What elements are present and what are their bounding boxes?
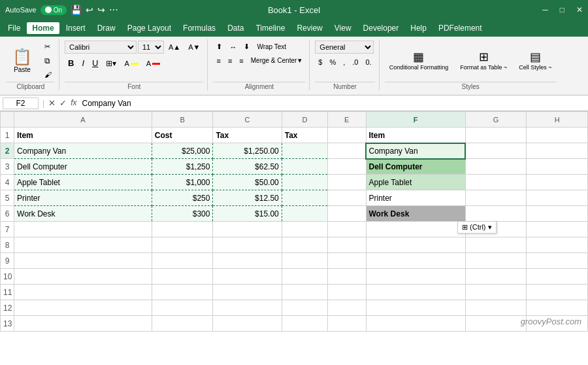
- cell-C5[interactable]: $12.50: [213, 190, 282, 206]
- cell-E6[interactable]: [327, 206, 366, 222]
- menu-review[interactable]: Review: [291, 22, 327, 34]
- maximize-icon[interactable]: □: [560, 5, 564, 14]
- align-bottom-button[interactable]: ⬇: [240, 41, 253, 53]
- cell-F10[interactable]: [366, 269, 465, 285]
- cell-C7[interactable]: [213, 222, 282, 237]
- cell-B13[interactable]: [152, 316, 213, 332]
- increase-decimal-button[interactable]: .0: [349, 56, 361, 68]
- cell-D10[interactable]: [282, 269, 327, 285]
- cell-E7[interactable]: [327, 222, 366, 237]
- cell-C2[interactable]: $1,250.00: [213, 143, 282, 159]
- menu-view[interactable]: View: [329, 22, 357, 34]
- borders-button[interactable]: ⊞▾: [103, 57, 120, 70]
- cell-A9[interactable]: [14, 253, 152, 269]
- cell-E3[interactable]: [327, 159, 366, 175]
- cell-A8[interactable]: [14, 237, 152, 253]
- align-left-button[interactable]: ≡: [213, 54, 223, 67]
- cell-A5[interactable]: Printer: [14, 190, 152, 206]
- cell-B10[interactable]: [152, 269, 213, 285]
- cell-H11[interactable]: [527, 285, 588, 300]
- conditional-formatting-button[interactable]: ▦ Conditional Formatting: [385, 41, 453, 80]
- italic-button[interactable]: I: [78, 56, 88, 70]
- col-header-E[interactable]: E: [327, 112, 366, 128]
- percent-button[interactable]: %: [326, 56, 339, 68]
- cell-H2[interactable]: [527, 143, 588, 159]
- comma-button[interactable]: ,: [340, 56, 348, 68]
- bold-button[interactable]: B: [65, 56, 77, 70]
- cell-G12[interactable]: [465, 300, 527, 316]
- cell-G3[interactable]: [465, 159, 527, 175]
- cell-C1[interactable]: Tax: [213, 128, 282, 143]
- cell-E2[interactable]: [327, 143, 366, 159]
- cell-D12[interactable]: [282, 300, 327, 316]
- confirm-formula-icon[interactable]: ✓: [59, 98, 67, 108]
- cell-B4[interactable]: $1,000: [152, 175, 213, 190]
- copy-button[interactable]: ⧉: [41, 54, 55, 67]
- menu-home[interactable]: Home: [27, 22, 59, 34]
- cell-E9[interactable]: [327, 253, 366, 269]
- cell-D1[interactable]: Tax: [282, 128, 327, 143]
- cell-E1[interactable]: [327, 128, 366, 143]
- menu-insert[interactable]: Insert: [61, 22, 91, 34]
- cell-F11[interactable]: [366, 285, 465, 300]
- cell-B8[interactable]: [152, 237, 213, 253]
- cell-A11[interactable]: [14, 285, 152, 300]
- cell-H5[interactable]: [527, 190, 588, 206]
- cell-E8[interactable]: [327, 237, 366, 253]
- cell-E12[interactable]: [327, 300, 366, 316]
- cell-A6[interactable]: Work Desk: [14, 206, 152, 222]
- cut-button[interactable]: ✂: [41, 41, 55, 53]
- cell-D13[interactable]: [282, 316, 327, 332]
- cell-A1[interactable]: Item: [14, 128, 152, 143]
- merge-center-button[interactable]: Merge & Center ▾: [248, 54, 306, 67]
- redo-icon[interactable]: ↪: [97, 5, 105, 15]
- col-header-B[interactable]: B: [152, 112, 213, 128]
- cell-C9[interactable]: [213, 253, 282, 269]
- menu-file[interactable]: File: [3, 22, 25, 34]
- more-icon[interactable]: ⋯: [109, 5, 118, 15]
- cell-B3[interactable]: $1,250: [152, 159, 213, 175]
- cell-G10[interactable]: [465, 269, 527, 285]
- cell-F6[interactable]: Work Desk: [366, 206, 465, 222]
- cell-D9[interactable]: [282, 253, 327, 269]
- menu-timeline[interactable]: Timeline: [250, 22, 290, 34]
- menu-formulas[interactable]: Formulas: [178, 22, 221, 34]
- cell-E4[interactable]: [327, 175, 366, 190]
- cell-G1[interactable]: [465, 128, 527, 143]
- cell-H4[interactable]: [527, 175, 588, 190]
- cell-A7[interactable]: [14, 222, 152, 237]
- col-header-G[interactable]: G: [465, 112, 527, 128]
- save-icon[interactable]: 💾: [71, 5, 82, 15]
- menu-developer[interactable]: Developer: [358, 22, 404, 34]
- col-header-F[interactable]: F: [366, 112, 465, 128]
- font-color-button[interactable]: A: [143, 58, 163, 69]
- minimize-icon[interactable]: ─: [542, 5, 548, 14]
- cell-F13[interactable]: [366, 316, 465, 332]
- cell-D11[interactable]: [282, 285, 327, 300]
- wrap-text-button[interactable]: Wrap Text: [253, 41, 289, 53]
- autosave-toggle[interactable]: On: [41, 5, 67, 15]
- cell-B12[interactable]: [152, 300, 213, 316]
- format-as-table-button[interactable]: ⊞ Format as Table ~: [455, 41, 512, 80]
- cell-B6[interactable]: $300: [152, 206, 213, 222]
- cell-E11[interactable]: [327, 285, 366, 300]
- cell-D7[interactable]: [282, 222, 327, 237]
- cell-C13[interactable]: [213, 316, 282, 332]
- cell-B11[interactable]: [152, 285, 213, 300]
- align-center-button[interactable]: ≡: [225, 54, 235, 67]
- cell-H1[interactable]: [527, 128, 588, 143]
- underline-button[interactable]: U: [89, 56, 101, 70]
- cell-H6[interactable]: [527, 206, 588, 222]
- menu-help[interactable]: Help: [405, 22, 432, 34]
- cell-F3[interactable]: Dell Computer: [366, 159, 465, 175]
- close-icon[interactable]: ✕: [576, 5, 583, 14]
- font-shrink-button[interactable]: A▼: [185, 41, 203, 53]
- cell-C3[interactable]: $62.50: [213, 159, 282, 175]
- font-grow-button[interactable]: A▲: [165, 41, 184, 53]
- fill-color-button[interactable]: A: [121, 58, 141, 69]
- cell-C12[interactable]: [213, 300, 282, 316]
- cell-B9[interactable]: [152, 253, 213, 269]
- paste-button[interactable]: 📋 Paste: [7, 44, 38, 77]
- cell-D5[interactable]: [282, 190, 327, 206]
- cell-H8[interactable]: [527, 237, 588, 253]
